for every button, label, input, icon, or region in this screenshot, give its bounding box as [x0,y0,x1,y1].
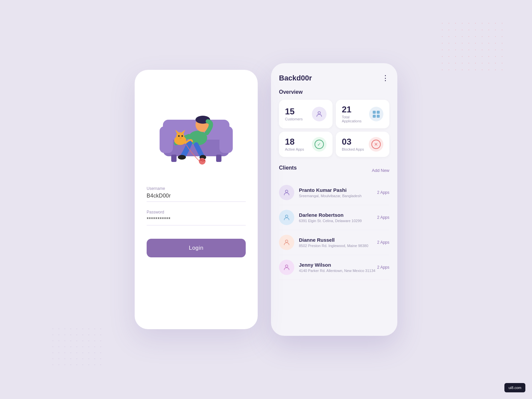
svg-rect-4 [171,155,177,162]
total-apps-icon [369,107,383,121]
total-apps-card[interactable]: 21 Total Applications [336,100,389,128]
blocked-apps-label: Blocked Apps [342,147,364,151]
client-name-2: Darlene Robertson [299,212,377,218]
total-apps-label: Total Applications [342,115,369,123]
check-icon: ✓ [315,140,324,149]
client-list: Pranto Kumar Pashi Sreemangal, Moulvibaz… [279,180,389,280]
svg-point-20 [285,215,288,217]
blocked-apps-count: 03 [342,137,364,146]
svg-rect-5 [216,155,221,162]
active-apps-card[interactable]: 18 Active Apps ✓ [279,132,332,157]
login-form: Username B4ckD00r Password *********** L… [147,186,246,257]
dashboard-screen: Backd00r ⋮ Overview 15 Customers [271,63,397,336]
dashboard-header: Backd00r ⋮ [279,74,389,82]
overview-title: Overview [279,89,389,95]
active-apps-label: Active Apps [285,147,304,151]
client-apps-2: 2 Apps [377,215,389,220]
client-name-4: Jenny Wilson [299,262,377,268]
watermark: ui8.com [504,383,525,392]
password-label: Password [147,210,246,214]
client-item[interactable]: Jenny Wilson 4140 Parker Rd. Allentown, … [279,255,389,280]
client-item[interactable]: Dianne Russell 8502 Preston Rd. Inglewoo… [279,230,389,255]
username-label: Username [147,186,246,191]
customers-icon [312,107,327,121]
svg-point-9 [178,155,186,160]
add-new-button[interactable]: Add New [372,168,389,173]
client-avatar-3 [279,235,294,250]
dot-pattern-top-right [439,20,505,73]
svg-point-17 [199,158,205,165]
svg-point-21 [285,240,288,242]
svg-point-22 [285,265,288,267]
menu-dots[interactable]: ⋮ [382,74,389,82]
customers-label: Customers [285,117,303,121]
client-avatar-1 [279,185,294,200]
svg-point-18 [318,112,320,114]
client-item[interactable]: Darlene Robertson 6391 Elgin St. Celina,… [279,205,389,230]
client-item[interactable]: Pranto Kumar Pashi Sreemangal, Moulvibaz… [279,180,389,205]
svg-rect-2 [160,126,173,153]
client-apps-4: 2 Apps [377,265,389,270]
svg-point-19 [285,190,288,193]
x-icon: ✕ [371,140,381,149]
client-address-1: Sreemangal, Moulvibazar, Bangladesh [299,194,377,198]
svg-rect-3 [219,126,233,153]
active-apps-count: 18 [285,137,304,146]
svg-point-16 [182,135,183,137]
svg-point-15 [178,135,180,137]
client-address-4: 4140 Parker Rd. Allentown, New Mexico 31… [299,269,377,273]
login-button[interactable]: Login [147,239,246,257]
client-address-2: 6391 Elgin St. Celina, Delaware 10299 [299,219,377,223]
active-apps-icon: ✓ [312,137,327,152]
client-address-3: 8502 Preston Rd. Inglewood, Maine 98380 [299,244,377,248]
password-input[interactable]: *********** [147,216,246,225]
clients-header: Clients Add New [279,165,389,176]
customers-count: 15 [285,107,303,116]
login-screen: Username B4ckD00r Password *********** L… [135,70,258,329]
client-name-1: Pranto Kumar Pashi [299,187,377,193]
client-apps-1: 2 Apps [377,190,389,195]
client-name-3: Dianne Russell [299,237,377,243]
clients-title: Clients [279,165,297,171]
illustration [147,83,246,176]
client-apps-3: 2 Apps [377,240,389,245]
app-title: Backd00r [279,74,312,82]
client-avatar-2 [279,210,294,225]
total-apps-count: 21 [342,105,369,114]
client-avatar-4 [279,260,294,275]
username-input[interactable]: B4ckD00r [147,193,246,202]
overview-grid: 15 Customers 21 Total Applications [279,100,389,157]
dot-pattern-bottom-left [50,326,103,366]
phones-container: Username B4ckD00r Password *********** L… [135,63,397,336]
blocked-apps-icon: ✕ [369,137,383,152]
customers-card[interactable]: 15 Customers [279,100,332,128]
blocked-apps-card[interactable]: 03 Blocked Apps ✕ [336,132,389,157]
